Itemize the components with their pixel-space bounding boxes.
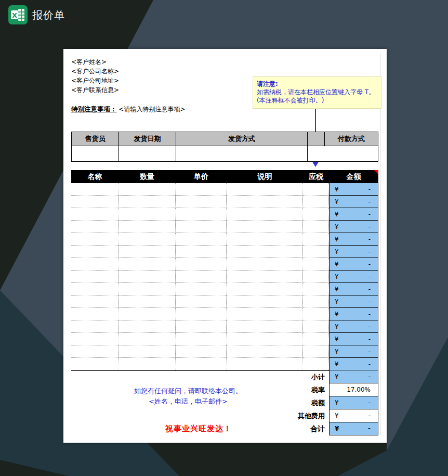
item-quantity-cell[interactable] — [118, 221, 176, 233]
item-unit-price-cell[interactable] — [176, 308, 227, 320]
salesperson-cell[interactable] — [71, 146, 118, 162]
ship-method-cell[interactable] — [176, 146, 307, 162]
other-fees-cell[interactable]: ¥ - — [329, 409, 378, 422]
item-unit-price-cell[interactable] — [176, 196, 227, 208]
item-taxable-cell[interactable] — [303, 221, 329, 233]
item-amount-cell[interactable]: ¥- — [329, 258, 378, 271]
item-taxable-cell[interactable] — [303, 246, 329, 258]
item-amount-cell[interactable]: ¥- — [329, 208, 378, 221]
item-taxable-cell[interactable] — [303, 183, 329, 196]
item-taxable-cell[interactable] — [303, 320, 329, 333]
item-description-cell[interactable] — [227, 233, 303, 246]
item-description-cell[interactable] — [227, 271, 303, 283]
special-notes-placeholder[interactable]: <请输入特别注意事项> — [118, 106, 185, 113]
item-unit-price-cell[interactable] — [176, 345, 227, 358]
item-taxable-cell[interactable] — [303, 271, 329, 283]
item-taxable-cell[interactable] — [303, 258, 329, 271]
item-amount-cell[interactable]: ¥- — [329, 183, 378, 196]
item-taxable-cell[interactable] — [303, 358, 329, 370]
item-quantity-cell[interactable] — [118, 358, 176, 370]
item-unit-price-cell[interactable] — [176, 233, 227, 246]
item-unit-price-cell[interactable] — [176, 271, 227, 283]
item-taxable-cell[interactable] — [303, 283, 329, 295]
item-amount-cell[interactable]: ¥- — [329, 221, 378, 233]
item-description-cell[interactable] — [227, 333, 303, 345]
item-name-cell[interactable] — [71, 283, 118, 295]
item-taxable-cell[interactable] — [303, 208, 329, 221]
item-taxable-cell[interactable] — [303, 196, 329, 208]
subtotal-cell[interactable]: ¥ - — [329, 370, 378, 383]
item-description-cell[interactable] — [227, 246, 303, 258]
item-unit-price-cell[interactable] — [176, 208, 227, 221]
item-name-cell[interactable] — [71, 308, 118, 320]
item-quantity-cell[interactable] — [118, 196, 176, 208]
tax-rate-cell[interactable]: 17.00% — [329, 383, 378, 396]
item-description-cell[interactable] — [227, 283, 303, 295]
item-name-cell[interactable] — [71, 271, 118, 283]
item-name-cell[interactable] — [71, 358, 118, 370]
item-amount-cell[interactable]: ¥- — [329, 246, 378, 258]
item-description-cell[interactable] — [227, 221, 303, 233]
item-quantity-cell[interactable] — [118, 258, 176, 271]
item-description-cell[interactable] — [227, 183, 303, 196]
item-name-cell[interactable] — [71, 295, 118, 308]
item-name-cell[interactable] — [71, 221, 118, 233]
item-description-cell[interactable] — [227, 320, 303, 333]
item-quantity-cell[interactable] — [118, 345, 176, 358]
item-amount-cell[interactable]: ¥- — [329, 283, 378, 295]
item-name-cell[interactable] — [71, 333, 118, 345]
customer-address-placeholder[interactable]: <客户公司地址> — [71, 76, 119, 85]
item-name-cell[interactable] — [71, 320, 118, 333]
item-amount-cell[interactable]: ¥- — [329, 308, 378, 320]
item-name-cell[interactable] — [71, 233, 118, 246]
item-unit-price-cell[interactable] — [176, 183, 227, 196]
item-taxable-cell[interactable] — [303, 308, 329, 320]
item-quantity-cell[interactable] — [118, 271, 176, 283]
item-amount-cell[interactable]: ¥- — [329, 358, 378, 370]
item-unit-price-cell[interactable] — [176, 333, 227, 345]
item-unit-price-cell[interactable] — [176, 295, 227, 308]
item-name-cell[interactable] — [71, 345, 118, 358]
item-description-cell[interactable] — [227, 196, 303, 208]
item-taxable-cell[interactable] — [303, 233, 329, 246]
payment-method-cell[interactable] — [307, 146, 378, 162]
item-name-cell[interactable] — [71, 196, 118, 208]
item-name-cell[interactable] — [71, 246, 118, 258]
total-cell[interactable]: ¥ - — [329, 422, 378, 435]
tax-amount-cell[interactable]: ¥ - — [329, 396, 378, 409]
item-name-cell[interactable] — [71, 258, 118, 271]
item-unit-price-cell[interactable] — [176, 358, 227, 370]
item-amount-cell[interactable]: ¥- — [329, 295, 378, 308]
ship-date-cell[interactable] — [118, 146, 176, 162]
item-unit-price-cell[interactable] — [176, 258, 227, 271]
item-amount-cell[interactable]: ¥- — [329, 271, 378, 283]
item-quantity-cell[interactable] — [118, 283, 176, 295]
item-quantity-cell[interactable] — [118, 183, 176, 196]
customer-contact-placeholder[interactable]: <客户联系信息> — [71, 85, 119, 95]
item-taxable-cell[interactable] — [303, 333, 329, 345]
item-description-cell[interactable] — [227, 345, 303, 358]
item-quantity-cell[interactable] — [118, 320, 176, 333]
item-description-cell[interactable] — [227, 258, 303, 271]
item-quantity-cell[interactable] — [118, 295, 176, 308]
item-taxable-cell[interactable] — [303, 295, 329, 308]
item-amount-cell[interactable]: ¥- — [329, 333, 378, 345]
item-description-cell[interactable] — [227, 295, 303, 308]
item-name-cell[interactable] — [71, 208, 118, 221]
item-quantity-cell[interactable] — [118, 308, 176, 320]
item-quantity-cell[interactable] — [118, 233, 176, 246]
item-description-cell[interactable] — [227, 208, 303, 221]
customer-company-placeholder[interactable]: <客户公司名称> — [71, 67, 119, 76]
item-taxable-cell[interactable] — [303, 345, 329, 358]
item-quantity-cell[interactable] — [118, 246, 176, 258]
item-quantity-cell[interactable] — [118, 333, 176, 345]
item-unit-price-cell[interactable] — [176, 283, 227, 295]
item-quantity-cell[interactable] — [118, 208, 176, 221]
item-unit-price-cell[interactable] — [176, 320, 227, 333]
item-name-cell[interactable] — [71, 183, 118, 196]
item-amount-cell[interactable]: ¥- — [329, 233, 378, 246]
item-amount-cell[interactable]: ¥- — [329, 320, 378, 333]
item-amount-cell[interactable]: ¥- — [329, 345, 378, 358]
item-unit-price-cell[interactable] — [176, 221, 227, 233]
item-unit-price-cell[interactable] — [176, 246, 227, 258]
